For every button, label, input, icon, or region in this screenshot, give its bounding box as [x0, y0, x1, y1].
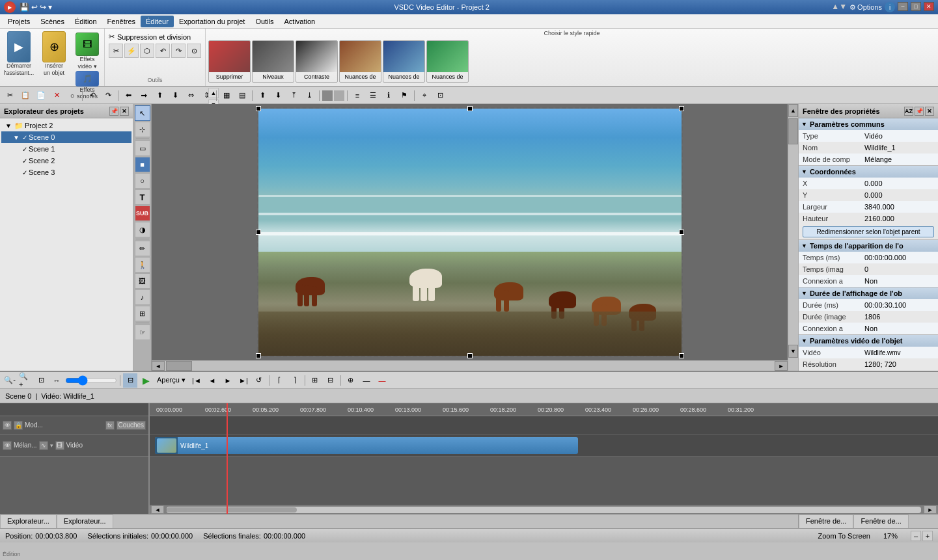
section-duree-header[interactable]: ▼Durée de l'affichage de l'ob — [799, 287, 938, 299]
status-zoom-to-screen[interactable]: Zoom To Screen — [818, 532, 870, 540]
menu-fenetres[interactable]: Fenêtres — [102, 16, 141, 27]
info-icon[interactable]: i — [885, 2, 895, 12]
playhead[interactable] — [227, 403, 228, 514]
timeline-clip-wildlife[interactable]: Wildlife_1 — [155, 437, 578, 454]
tb-ellipse[interactable]: ○ — [65, 88, 79, 103]
section-params-video-header[interactable]: ▼Paramètres vidéo de l'objet — [799, 335, 938, 347]
vtb-hand[interactable]: ☞ — [135, 325, 150, 340]
tb-to-top[interactable]: ⤒ — [286, 88, 301, 103]
tb-list2[interactable]: ☰ — [366, 88, 380, 103]
handle-tl[interactable] — [256, 106, 261, 111]
style-nuances2[interactable]: Nuances de — [383, 40, 425, 83]
tree-scene1[interactable]: ▶ ✓ Scene 1 — [1, 143, 131, 155]
tl-zoom-fit[interactable]: ⊡ — [34, 373, 48, 388]
th-film[interactable]: 🎞 — [55, 441, 64, 450]
vtb-circle[interactable]: ○ — [135, 173, 150, 189]
vtb-mask[interactable]: ◑ — [135, 222, 150, 237]
tb-gray2[interactable] — [334, 90, 344, 101]
tl-mark-in[interactable]: ⌈ — [272, 373, 286, 388]
menu-editeur[interactable]: Éditeur — [141, 16, 174, 27]
settings-icon[interactable]: ⚙ Options — [849, 2, 882, 12]
handle-bl[interactable] — [256, 353, 261, 358]
vtb-select[interactable]: ↖ — [135, 105, 150, 121]
btn-redimensionner[interactable]: Redimensionner selon l'objet parent — [803, 226, 934, 237]
tb-align-bottom[interactable]: ⬇ — [168, 88, 182, 103]
tb-group[interactable]: ▦ — [219, 88, 234, 103]
section-params-communs-header[interactable]: ▼Paramètres communs — [799, 118, 938, 130]
tl-zoom-in[interactable]: 🔍+ — [18, 373, 33, 388]
handle-tr[interactable] — [679, 106, 684, 111]
tool-btn-6[interactable]: ⊙ — [187, 44, 201, 58]
tl-snap[interactable]: ⊟ — [123, 373, 137, 388]
vtb-text[interactable]: T — [135, 189, 150, 205]
tl-extra4[interactable]: — — [359, 373, 374, 388]
handle-bc[interactable] — [467, 353, 473, 358]
tl-zoom-slider[interactable] — [65, 375, 117, 386]
tb-copy[interactable]: 📋 — [18, 88, 33, 103]
panel-pin-btn[interactable]: 📌 — [109, 107, 118, 116]
th-audio-wave[interactable]: ∿ — [39, 441, 48, 450]
style-nuances3[interactable]: Nuances de — [426, 40, 469, 83]
menu-projets[interactable]: Projets — [3, 16, 35, 27]
tl-goto-start[interactable]: |◄ — [189, 373, 204, 388]
tool-btn-5[interactable]: ↷ — [171, 44, 186, 58]
panel-close-btn[interactable]: ✕ — [120, 107, 129, 116]
tb-ungroup[interactable]: ▤ — [235, 88, 249, 103]
vtb-sub[interactable]: SUB — [135, 206, 150, 221]
tb-distribute-v[interactable]: ⇕ — [199, 88, 214, 103]
bottom-tab-fenetre1[interactable]: Fenêtre de... — [799, 514, 853, 528]
th-eye2[interactable]: 👁 — [3, 441, 12, 450]
handle-mr[interactable] — [679, 230, 684, 235]
tb-to-bottom[interactable]: ⤓ — [302, 88, 316, 103]
maximize-button[interactable]: □ — [911, 2, 921, 11]
bottom-tab-explorateur1[interactable]: Explorateur... — [0, 514, 57, 528]
tl-extra5[interactable]: — — [375, 373, 389, 388]
zoom-in-btn[interactable]: + — [922, 531, 933, 541]
section-coordonnees-header[interactable]: ▼Coordonnées — [799, 166, 938, 178]
tb-align-top[interactable]: ⬆ — [152, 88, 167, 103]
tl-mark-out[interactable]: ⌉ — [288, 373, 302, 388]
tb-delete[interactable]: ✕ — [49, 88, 64, 103]
tool-btn-4[interactable]: ↶ — [156, 44, 170, 58]
menu-exportation[interactable]: Exportation du projet — [174, 16, 251, 27]
vtb-pen[interactable]: ✏ — [135, 241, 150, 256]
tl-play[interactable]: ▶ — [139, 373, 153, 388]
tb-info[interactable]: ℹ — [381, 88, 396, 103]
vtb-pointer[interactable]: ⊹ — [135, 122, 150, 137]
tool-btn-2[interactable]: ⚡ — [124, 44, 139, 58]
tree-scene2[interactable]: ▶ ✓ Scene 2 — [1, 155, 131, 167]
section-temps-app-header[interactable]: ▼Temps de l'apparition de l'o — [799, 240, 938, 252]
vtb-image[interactable]: 🖼 — [135, 273, 150, 289]
tl-extra2[interactable]: ⊟ — [324, 373, 338, 388]
tb-redo[interactable]: ↷ — [101, 88, 115, 103]
tb-extra2[interactable]: ⊡ — [433, 88, 447, 103]
tl-zoom-out[interactable]: 🔍- — [3, 373, 17, 388]
tb-align-right[interactable]: ⮕ — [137, 88, 151, 103]
handle-ml[interactable] — [256, 230, 261, 235]
th-fx1[interactable]: fx — [105, 421, 115, 430]
zoom-out-btn[interactable]: – — [911, 531, 921, 541]
tb-extra1[interactable]: ⌖ — [417, 88, 432, 103]
vtb-rect[interactable]: ▭ — [135, 140, 150, 156]
right-panel-sort-az[interactable]: AZ — [904, 107, 913, 116]
vtb-grid[interactable]: ⊞ — [135, 306, 150, 321]
tb-gray1[interactable] — [322, 90, 333, 101]
handle-br[interactable] — [679, 353, 684, 358]
tl-next-frame[interactable]: ► — [221, 373, 235, 388]
demarrer-assistant-button[interactable]: ▶ Démarrerl'assistant... — [3, 31, 35, 77]
suppression-division-tool[interactable]: ✂ Suppression et division — [109, 31, 201, 42]
tb-move-up[interactable]: ⬆ — [255, 88, 269, 103]
tree-scene3[interactable]: ▶ ✓ Scene 3 — [1, 167, 131, 178]
th-eye1[interactable]: 👁 — [3, 421, 12, 430]
tree-project2[interactable]: ▼ 📁 Project 2 — [1, 120, 131, 131]
tool-btn-3[interactable]: ⬡ — [140, 44, 154, 58]
tb-distribute-h[interactable]: ⇔ — [184, 88, 198, 103]
vtb-fill[interactable]: ■ — [135, 157, 150, 172]
minimize-button[interactable]: – — [898, 2, 908, 11]
tree-scene0[interactable]: ▼ ✓ Scene 0 — [1, 131, 131, 143]
bottom-tab-fenetre2[interactable]: Fenêtre de... — [853, 514, 908, 528]
tl-extra3[interactable]: ⊕ — [344, 373, 358, 388]
th-lock1[interactable]: 🔒 — [14, 421, 23, 430]
tl-loop[interactable]: ↺ — [252, 373, 266, 388]
video-frame[interactable] — [257, 107, 683, 357]
